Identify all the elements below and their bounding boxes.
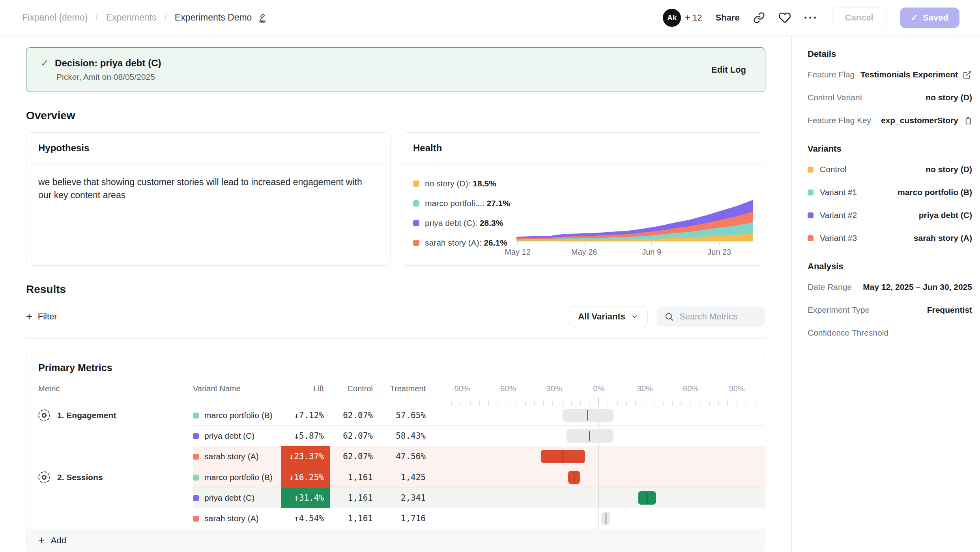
variant-row-left: Control: [808, 165, 847, 174]
row-cells: 1. Engagementmarco portfolio (B)↓7.12%62…: [26, 405, 765, 426]
sidebar-row-label: Experiment Type: [808, 305, 870, 315]
all-variants-dropdown[interactable]: All Variants: [569, 306, 648, 327]
avatar-overflow-count: + 12: [685, 13, 702, 23]
ruler-tick: [635, 401, 636, 405]
more-options-icon[interactable]: •••: [804, 14, 819, 22]
legend-item: sarah story (A): 26.1%: [413, 238, 510, 248]
metric-group: 1. Engagementmarco portfolio (B)↓7.12%62…: [26, 405, 765, 467]
decision-banner: ✓ Decision: priya debt (C) Picker, Amit …: [26, 47, 765, 92]
plus-icon: +: [26, 312, 32, 322]
confidence-interval-cell: [444, 446, 765, 467]
breadcrumb-item[interactable]: Experiments: [106, 12, 157, 23]
sidebar-row-label: Control Variant: [808, 93, 862, 102]
metric-name: 2. Sessions: [57, 473, 103, 482]
confidence-interval-center-tick: [647, 493, 647, 503]
confidence-interval-cell: [444, 467, 765, 488]
table-row: 2. Sessionsmarco portfolio (B)↓16.25%1,1…: [26, 467, 765, 488]
zero-tick: [598, 397, 599, 405]
ruler-tick: [479, 401, 480, 405]
variant-name-cell: priya debt (C): [193, 493, 281, 503]
ruler-tick: [690, 401, 691, 405]
external-link-icon[interactable]: [963, 70, 972, 79]
lift-value-cell: ↓23.37%: [281, 446, 330, 467]
variant-row-value: marco portfolio (B): [898, 188, 972, 197]
legend-label: priya debt (C): 28.3%: [425, 218, 503, 228]
lift-value-cell: ↓5.87%: [281, 426, 330, 446]
sidebar-row: Feature Flag Keyexp_customerStory: [808, 109, 972, 132]
breadcrumb-item[interactable]: Experiments Demo: [175, 12, 252, 23]
search-metrics-box[interactable]: [656, 307, 765, 327]
chevron-down-icon: [631, 313, 639, 321]
main-content: ✓ Decision: priya debt (C) Picker, Amit …: [0, 36, 791, 552]
sidebar-row: Control Variantno story (D): [808, 86, 972, 109]
add-filter-button[interactable]: + Filter: [26, 312, 57, 322]
ruler-tick: [488, 401, 489, 405]
ruler-tick: [460, 401, 461, 405]
sidebar-row-value-wrap: no story (D): [926, 93, 972, 102]
hypothesis-title: Hypothesis: [26, 133, 390, 164]
variants-heading: Variants: [808, 144, 972, 154]
avatar[interactable]: Ak: [663, 9, 681, 27]
axis-tick-label: -90%: [452, 384, 470, 393]
breadcrumb-item[interactable]: Fixpanel {demo}: [22, 12, 88, 23]
treatment-value-cell: 2,341: [381, 493, 434, 503]
variant-name: priya debt (C): [204, 493, 254, 503]
right-sidebar: Details Feature FlagTestimonials Experim…: [791, 36, 980, 552]
sidebar-row-label: Feature Flag Key: [808, 116, 871, 125]
sidebar-row: Experiment TypeFrequentist: [808, 299, 972, 321]
sidebar-row-label: Feature Flag: [808, 70, 855, 79]
variant-name: sarah story (A): [204, 514, 259, 523]
variant-row-label: Variant #2: [820, 210, 857, 220]
legend-color-swatch: [413, 220, 419, 226]
saved-button[interactable]: ✓ Saved: [900, 8, 959, 28]
sidebar-row-value: Testimonials Experiment: [860, 70, 958, 79]
table-row: 1. Engagementmarco portfolio (B)↓7.12%62…: [26, 405, 765, 426]
x-axis-tick-label: May 26: [571, 248, 597, 257]
axis-tick-label: -60%: [498, 384, 516, 393]
ruler-tick: [451, 401, 452, 405]
variant-row: Controlno story (D): [808, 158, 972, 181]
axis-tick-label: 90%: [729, 384, 745, 393]
sidebar-row-value-wrap: Testimonials Experiment: [860, 70, 972, 79]
confidence-interval-center-tick: [587, 410, 588, 421]
share-button[interactable]: Share: [716, 13, 740, 23]
table-row: sarah story (A)↓23.37%62.07%47.56%: [26, 446, 765, 467]
metric-name-cell: 1. Engagement: [26, 409, 193, 421]
add-metric-button[interactable]: + Add: [26, 529, 765, 552]
favorite-heart-icon[interactable]: [778, 11, 791, 24]
confidence-interval-bar: [541, 450, 585, 463]
variant-color-swatch: [193, 516, 199, 522]
results-heading: Results: [26, 283, 765, 296]
ruler-tick: [534, 401, 535, 405]
variant-row: Variant #3sarah story (A): [808, 227, 972, 250]
table-row: sarah story (A)↑4.54%1,1611,716: [26, 508, 765, 529]
variant-color-swatch: [808, 167, 814, 173]
copy-icon[interactable]: [963, 116, 972, 125]
lift-value-cell: ↑4.54%: [281, 508, 330, 529]
ruler-tick: [507, 401, 507, 405]
metric-group: 2. Sessionsmarco portfolio (B)↓16.25%1,1…: [26, 467, 765, 529]
search-metrics-input[interactable]: [679, 312, 754, 322]
confidence-interval-cell: [444, 405, 765, 426]
variant-color-swatch: [808, 212, 814, 218]
control-value-cell: 62.07%: [330, 431, 381, 441]
copy-link-icon[interactable]: [753, 12, 765, 24]
table-row: priya debt (C)↑31.4%1,1612,341: [26, 488, 765, 508]
cancel-button[interactable]: Cancel: [832, 7, 886, 28]
axis-tick-label: 0%: [593, 384, 605, 393]
avatar-stack[interactable]: Ak + 12: [663, 9, 702, 27]
metrics-table-body: 1. Engagementmarco portfolio (B)↓7.12%62…: [26, 405, 765, 529]
confidence-interval-cell: [444, 488, 765, 508]
control-value-cell: 1,161: [330, 493, 381, 503]
axis-tick-label: 30%: [637, 384, 653, 393]
ruler-tick: [672, 401, 673, 405]
details-heading: Details: [808, 49, 972, 59]
health-x-axis-labels: May 12May 26Jun 9Jun 23: [516, 248, 753, 259]
edit-log-button[interactable]: Edit Log: [711, 65, 746, 75]
table-header-row: Metric Variant Name Lift Control Treatme…: [26, 381, 765, 397]
search-icon: [664, 312, 674, 321]
table-row: priya debt (C)↓5.87%62.07%58.43%: [26, 426, 765, 446]
plus-icon: +: [38, 535, 45, 546]
health-stacked-area-chart: May 12May 26Jun 9Jun 23: [516, 175, 753, 259]
variant-row-label: Variant #3: [820, 233, 857, 243]
